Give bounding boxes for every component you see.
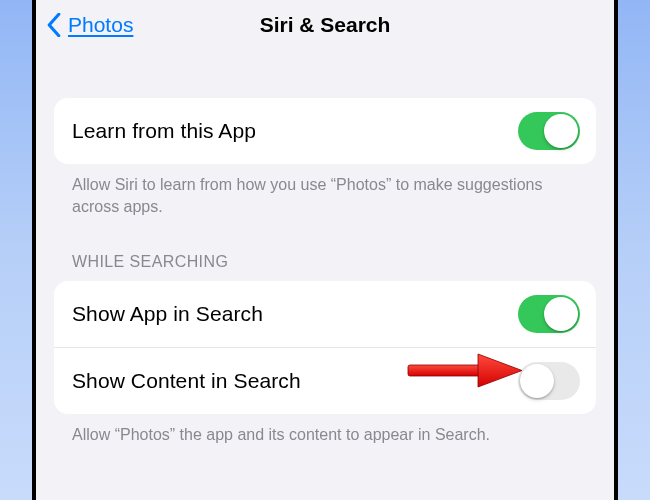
chevron-left-icon xyxy=(46,13,62,37)
toggle-show-content-in-search[interactable] xyxy=(518,362,580,400)
section-searching: Show App in Search Show Content in Searc… xyxy=(54,281,596,414)
row-label: Learn from this App xyxy=(72,119,256,143)
toggle-learn-from-app[interactable] xyxy=(518,112,580,150)
row-label: Show Content in Search xyxy=(72,369,301,393)
row-label: Show App in Search xyxy=(72,302,263,326)
device-frame: Photos Siri & Search Learn from this App… xyxy=(32,0,618,500)
section-searching-footer: Allow “Photos” the app and its content t… xyxy=(54,414,596,446)
wallpaper: Photos Siri & Search Learn from this App… xyxy=(0,0,650,500)
row-show-content-in-search[interactable]: Show Content in Search xyxy=(54,347,596,414)
nav-bar: Photos Siri & Search xyxy=(36,0,614,50)
section-learn: Learn from this App xyxy=(54,98,596,164)
back-button[interactable]: Photos xyxy=(46,0,133,50)
back-label: Photos xyxy=(68,13,133,37)
content-area: Learn from this App Allow Siri to learn … xyxy=(36,50,614,446)
toggle-knob xyxy=(520,364,554,398)
page-title: Siri & Search xyxy=(260,13,391,37)
row-show-app-in-search[interactable]: Show App in Search xyxy=(54,281,596,347)
row-learn-from-app[interactable]: Learn from this App xyxy=(54,98,596,164)
section-learn-footer: Allow Siri to learn from how you use “Ph… xyxy=(54,164,596,217)
toggle-knob xyxy=(544,297,578,331)
toggle-show-app-in-search[interactable] xyxy=(518,295,580,333)
section-header-searching: WHILE SEARCHING xyxy=(54,217,596,281)
toggle-knob xyxy=(544,114,578,148)
